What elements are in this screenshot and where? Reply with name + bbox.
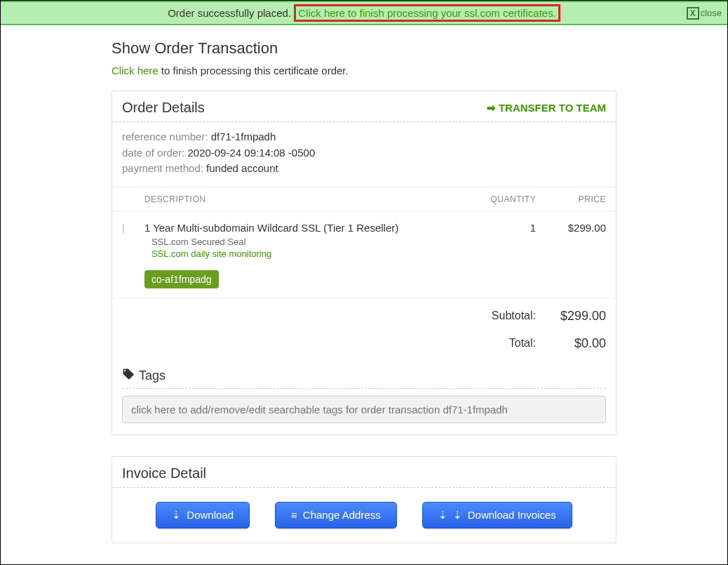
list-icon (291, 509, 297, 521)
row-number: | (112, 211, 135, 298)
arrow-right-icon (487, 102, 496, 114)
table-row: | 1 Year Multi-subdomain Wildcard SSL (T… (112, 211, 616, 298)
date-label: date of order: (122, 147, 187, 159)
invoice-detail-card: Invoice Detail Download Change Address D… (112, 456, 616, 543)
ref-value: df71-1fmpadh (211, 131, 276, 142)
download-icon (453, 509, 462, 521)
order-details-header: Order Details (122, 100, 205, 116)
col-quantity: QUANTITY (467, 187, 546, 212)
payment-label: payment method: (122, 162, 206, 174)
col-price: PRICE (546, 187, 616, 212)
item-description: 1 Year Multi-subdomain Wildcard SSL (Tie… (144, 222, 457, 234)
success-alert: Order successfully placed. Click here to… (1, 1, 727, 25)
ref-label: reference number: (122, 131, 211, 142)
transfer-to-team-link[interactable]: TRANSFER TO TEAM (487, 102, 606, 114)
page-title: Show Order Transaction (112, 39, 616, 58)
subtotal-value: $299.00 (550, 309, 606, 324)
download-label: Download (187, 509, 234, 521)
item-sub-monitoring[interactable]: SSL.com daily site monitoring (151, 248, 457, 259)
subtotal-label: Subtotal: (492, 310, 536, 322)
payment-value: funded account (206, 162, 278, 174)
download-icon (172, 509, 181, 521)
invoice-header: Invoice Detail (122, 465, 606, 481)
col-description: DESCRIPTION (135, 187, 467, 212)
order-details-card: Order Details TRANSFER TO TEAM reference… (112, 91, 616, 435)
tag-icon (122, 368, 135, 384)
order-meta: reference number: df71-1fmpadh date of o… (112, 122, 616, 187)
date-value: 2020-09-24 09:14:08 -0500 (187, 147, 315, 159)
tags-input[interactable] (122, 396, 606, 423)
change-address-label: Change Address (303, 509, 381, 521)
tags-header-label: Tags (139, 368, 166, 383)
close-label: close (701, 8, 722, 18)
total-value: $0.00 (550, 336, 606, 351)
close-alert-button[interactable]: X close (687, 7, 722, 20)
finish-processing-row: Click here to finish processing this cer… (112, 65, 616, 77)
download-invoices-label: Download Invoices (468, 509, 556, 521)
transfer-label: TRANSFER TO TEAM (499, 102, 606, 114)
close-icon: X (687, 7, 699, 20)
alert-prefix: Order successfully placed. (168, 7, 291, 19)
finish-processing-link[interactable]: Click here to finish processing your ssl… (294, 4, 560, 22)
download-invoices-button[interactable]: Download Invoices (422, 502, 572, 529)
total-label: Total: (509, 337, 536, 350)
cert-badge[interactable]: co-af1fmpadg (144, 270, 219, 288)
download-button[interactable]: Download (156, 502, 250, 529)
tags-section: Tags (112, 361, 616, 434)
items-table: DESCRIPTION QUANTITY PRICE | 1 Year Mult… (112, 187, 616, 298)
download-icon (438, 509, 447, 521)
click-here-link[interactable]: Click here (112, 65, 159, 77)
item-price: $299.00 (546, 211, 616, 298)
finish-suffix: to finish processing this certificate or… (159, 65, 349, 77)
totals-section: Subtotal: $299.00 Total: $0.00 (112, 298, 616, 361)
item-quantity: 1 (467, 211, 546, 298)
change-address-button[interactable]: Change Address (275, 502, 397, 529)
item-sub-seal: SSL.com Secured Seal (151, 237, 457, 247)
